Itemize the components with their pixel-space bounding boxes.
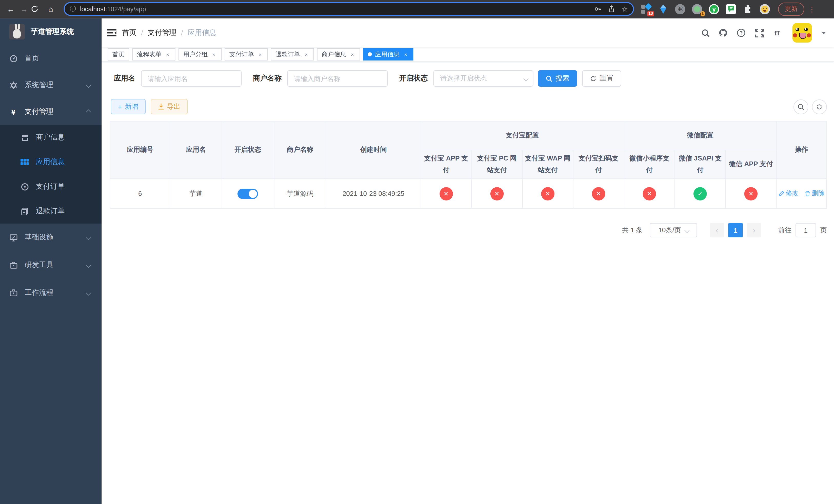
sidebar-logo[interactable]: 芋道管理系统	[0, 19, 102, 45]
top-navbar: 首页 / 支付管理 / 应用信息 ?	[102, 19, 834, 47]
tab-app-info[interactable]: 应用信息×	[363, 48, 413, 61]
extension-command-icon[interactable]: ⌘	[675, 4, 685, 14]
toolbox-icon	[9, 261, 18, 269]
sidebar-item-workflow[interactable]: 工作流程	[0, 279, 102, 306]
column-header: 操作	[776, 121, 827, 179]
help-icon[interactable]: ?	[737, 28, 746, 38]
svg-text:¥: ¥	[24, 185, 26, 189]
chevron-down-icon	[86, 83, 91, 88]
extension-recorder-icon[interactable]: 1	[692, 4, 702, 14]
status-label: 开启状态	[399, 74, 428, 83]
sidebar-item-app-info[interactable]: 应用信息	[0, 150, 102, 174]
header-search-icon[interactable]	[701, 28, 710, 38]
cell-alipay-wap: ✕	[522, 179, 573, 208]
reset-button[interactable]: 重置	[582, 70, 621, 87]
cell-actions: 修改 删除	[776, 179, 827, 208]
url-bar[interactable]: ⓘ localhost:1024/pay/app ☆	[64, 2, 634, 16]
app-name-input[interactable]	[141, 70, 242, 87]
sidebar-item-home[interactable]: 首页	[0, 45, 102, 72]
column-header: 开启状态	[222, 121, 274, 179]
breadcrumb-home[interactable]: 首页	[122, 28, 136, 38]
page-size-select[interactable]: 10条/页	[650, 223, 697, 237]
profile-avatar-icon[interactable]	[760, 4, 770, 14]
export-button[interactable]: 导出	[151, 99, 188, 114]
enabled-switch[interactable]	[238, 188, 258, 199]
browser-back-icon[interactable]: ←	[4, 5, 18, 13]
sidebar-item-payment-orders[interactable]: ¥ 支付订单	[0, 174, 102, 199]
wechat-group-header: 微信配置	[624, 121, 776, 150]
logo-image	[9, 24, 25, 40]
breadcrumb-separator: /	[141, 29, 143, 37]
refresh-table-button[interactable]	[812, 99, 827, 114]
tab-user-group[interactable]: 用户分组×	[178, 48, 222, 61]
sidebar-item-dev-tools[interactable]: 研发工具	[0, 251, 102, 279]
tab-refund-order[interactable]: 退款订单×	[271, 48, 314, 61]
sidebar-item-label: 商户信息	[36, 133, 91, 142]
bookmark-star-icon[interactable]: ☆	[621, 5, 628, 13]
browser-update-button[interactable]: 更新	[778, 2, 804, 16]
cell-alipay-qr: ✕	[573, 179, 624, 208]
extensions-puzzle-icon[interactable]	[743, 4, 753, 14]
sidebar-item-payment[interactable]: ¥ 支付管理	[0, 98, 102, 125]
status-select[interactable]: 请选择开启状态	[433, 70, 533, 87]
site-info-icon[interactable]: ⓘ	[70, 5, 76, 13]
page-1-button[interactable]: 1	[728, 223, 743, 237]
sidebar-item-infrastructure[interactable]: 基础设施	[0, 224, 102, 251]
user-avatar[interactable]	[792, 23, 812, 43]
text-size-icon[interactable]: tT	[772, 28, 782, 38]
extension-kite-icon[interactable]	[658, 4, 668, 14]
pencil-icon	[778, 191, 784, 197]
avatar-caret-icon[interactable]	[822, 31, 826, 34]
merchant-name-input[interactable]	[287, 70, 388, 87]
tab-process-form[interactable]: 流程表单×	[132, 48, 175, 61]
sidebar-item-system[interactable]: 系统管理	[0, 72, 102, 98]
close-icon[interactable]: ×	[403, 51, 409, 58]
status-icon: ✕	[541, 187, 554, 200]
tab-merchant-info[interactable]: 商户信息×	[317, 48, 360, 61]
close-icon[interactable]: ×	[211, 51, 217, 58]
close-icon[interactable]: ×	[257, 51, 263, 58]
table-tools	[793, 99, 827, 114]
extension-y-icon[interactable]: y	[709, 4, 719, 14]
toggle-search-button[interactable]	[793, 99, 808, 114]
add-button[interactable]: + 新增	[111, 99, 146, 114]
sidebar-item-merchant-info[interactable]: 商户信息	[0, 125, 102, 150]
prev-page-button[interactable]: ‹	[710, 223, 724, 237]
screen: ← → ⌂ ⓘ localhost:1024/pay/app ☆ 10	[0, 0, 834, 504]
plus-icon: +	[118, 103, 122, 111]
goto-page-input[interactable]	[795, 223, 816, 237]
browser-reload-icon[interactable]	[31, 5, 44, 13]
fullscreen-icon[interactable]	[754, 28, 764, 38]
browser-home-icon[interactable]: ⌂	[44, 5, 58, 13]
sidebar-item-label: 系统管理	[25, 81, 87, 90]
close-icon[interactable]: ×	[349, 51, 355, 58]
browser-toolbar: ← → ⌂ ⓘ localhost:1024/pay/app ☆ 10	[0, 0, 834, 19]
breadcrumb-payment[interactable]: 支付管理	[148, 28, 176, 38]
sidebar-item-label: 支付订单	[36, 182, 91, 191]
share-icon[interactable]	[608, 5, 615, 13]
cell-app-name: 芋道	[170, 179, 222, 208]
cell-wechat-jsapi: ✓	[675, 179, 725, 208]
extension-stack-icon[interactable]: 10	[641, 4, 652, 14]
tab-home[interactable]: 首页	[108, 48, 129, 61]
extension-chat-icon[interactable]	[726, 4, 736, 14]
sidebar-collapse-icon[interactable]	[107, 28, 117, 38]
browser-forward-icon[interactable]: →	[18, 5, 31, 13]
delete-link[interactable]: 删除	[805, 189, 825, 198]
sidebar-item-refund-orders[interactable]: 退款订单	[0, 199, 102, 224]
password-key-icon[interactable]	[594, 5, 602, 13]
github-icon[interactable]	[719, 28, 728, 38]
column-header: 微信小程序支付	[624, 150, 675, 179]
search-button[interactable]: 搜索	[538, 70, 577, 87]
browser-menu-icon[interactable]: ⋮	[808, 5, 815, 13]
tab-payment-order[interactable]: 支付订单×	[225, 48, 268, 61]
close-icon[interactable]: ×	[164, 51, 171, 58]
app-frame: 芋道管理系统 首页 系统管理 ¥ 支付管理	[0, 19, 834, 504]
page-content: 应用名 商户名称 开启状态 请选择开启状态 搜索	[102, 62, 834, 504]
close-icon[interactable]: ×	[303, 51, 309, 58]
edit-link[interactable]: 修改	[778, 189, 798, 198]
next-page-button[interactable]: ›	[747, 223, 761, 237]
column-header: 支付宝 WAP 网站支付	[522, 150, 573, 179]
monitor-icon	[9, 233, 18, 242]
table-group-header-row: 应用编号 应用名 开启状态 商户名称 创建时间 支付宝配置 微信配置 操作	[110, 121, 827, 150]
